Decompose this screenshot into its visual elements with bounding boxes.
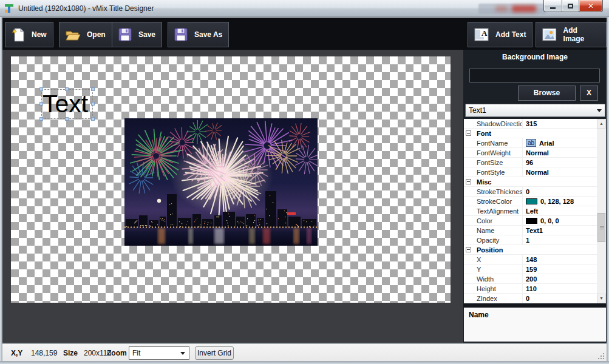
invert-grid-button[interactable]: Invert Grid: [195, 346, 234, 360]
save-button-label: Save: [138, 30, 155, 39]
property-value[interactable]: 315: [522, 119, 606, 128]
size-label: Size: [63, 349, 78, 357]
property-value[interactable]: 0, 0, 0: [522, 216, 606, 225]
chevron-down-icon: [597, 109, 602, 112]
resize-grip[interactable]: [596, 351, 604, 359]
property-row-height[interactable]: Height110: [464, 284, 606, 294]
font-editor-icon[interactable]: ab: [526, 139, 536, 147]
property-value[interactable]: 0, 128, 128: [522, 197, 606, 206]
open-button-label: Open: [87, 30, 106, 39]
add-image-button[interactable]: Add Image: [536, 22, 607, 47]
property-row-width[interactable]: Width200: [464, 274, 606, 284]
resize-handle-nw[interactable]: [39, 87, 43, 91]
property-description-panel: Name: [464, 308, 606, 342]
property-value[interactable]: 1: [522, 235, 606, 244]
zoom-dropdown[interactable]: Fit: [129, 346, 189, 360]
chevron-down-icon: [180, 352, 185, 355]
category-label: Font: [477, 129, 491, 138]
property-category-font[interactable]: Font: [464, 129, 606, 138]
property-row-color[interactable]: Color0, 0, 0: [464, 216, 606, 226]
text-element-content[interactable]: Text: [43, 90, 92, 118]
collapse-icon[interactable]: [466, 179, 471, 184]
resize-handle-sw[interactable]: [39, 117, 43, 121]
property-value[interactable]: 0: [522, 294, 606, 303]
element-selector-dropdown[interactable]: Text1: [465, 104, 605, 117]
property-row-fontname[interactable]: FontNameabArial: [464, 138, 606, 148]
vmix-title-designer-window: Untitled (1920x1080) - vMix Title Design…: [0, 0, 609, 364]
resize-handle-n[interactable]: [65, 87, 69, 91]
close-button[interactable]: ✕: [579, 0, 603, 12]
property-row-textalignment[interactable]: TextAlignmentLeft: [464, 206, 606, 216]
maximize-button[interactable]: [562, 0, 579, 12]
resize-handle-s[interactable]: [65, 117, 69, 121]
property-value[interactable]: Normal: [522, 148, 606, 157]
browse-button[interactable]: Browse: [518, 86, 576, 101]
property-label: Height: [464, 284, 522, 293]
category-label: Position: [477, 245, 503, 254]
property-value[interactable]: Normal: [522, 167, 606, 177]
resize-handle-w[interactable]: [39, 102, 43, 106]
xy-value: 148,159: [31, 349, 57, 357]
add-text-icon: A: [473, 26, 490, 43]
background-image-path-input[interactable]: [469, 69, 600, 83]
property-row-zindex[interactable]: ZIndex0: [464, 294, 606, 303]
new-button[interactable]: New: [5, 22, 53, 47]
save-button[interactable]: Save: [112, 22, 162, 47]
add-text-button-label: Add Text: [495, 30, 526, 39]
image-element-fireworks[interactable]: [124, 118, 318, 246]
clear-background-button[interactable]: X: [580, 86, 598, 101]
collapse-icon[interactable]: [466, 247, 471, 252]
property-label: ShadowDirection: [464, 119, 522, 128]
save-as-button[interactable]: Save As: [168, 22, 229, 47]
property-label: FontName: [464, 138, 522, 147]
scroll-down-icon[interactable]: ▼: [597, 294, 606, 303]
property-row-fontweight[interactable]: FontWeightNormal: [464, 148, 606, 158]
property-label: X: [464, 255, 522, 264]
property-row-fontstyle[interactable]: FontStyleNormal: [464, 167, 606, 177]
scroll-up-icon[interactable]: ▲: [597, 119, 606, 129]
property-row-name[interactable]: NameText1: [464, 226, 606, 235]
svg-text:A: A: [481, 29, 488, 38]
property-category-position[interactable]: Position: [464, 245, 606, 255]
property-value-text: 200: [526, 274, 537, 283]
text-element[interactable]: Text: [41, 89, 93, 119]
property-description-title: Name: [464, 308, 606, 319]
resize-handle-ne[interactable]: [91, 87, 95, 91]
property-row-shadowdirection[interactable]: ShadowDirection315: [464, 119, 606, 129]
property-value-text: 159: [526, 265, 537, 274]
add-text-button[interactable]: A Add Text: [468, 22, 532, 47]
open-button[interactable]: Open: [59, 22, 112, 47]
property-value[interactable]: 148: [522, 255, 606, 264]
resize-handle-e[interactable]: [91, 102, 95, 106]
collapse-icon[interactable]: [466, 130, 471, 136]
property-row-fontsize[interactable]: FontSize96: [464, 158, 606, 167]
property-value[interactable]: 0: [522, 187, 606, 196]
new-button-label: New: [32, 30, 47, 39]
property-row-x[interactable]: X148: [464, 255, 606, 265]
property-value[interactable]: 110: [522, 284, 606, 293]
property-category-misc[interactable]: Misc: [464, 177, 606, 187]
property-label: Color: [464, 216, 522, 225]
property-row-y[interactable]: Y159: [464, 265, 606, 274]
property-row-strokecolor[interactable]: StrokeColor0, 128, 128: [464, 197, 606, 206]
property-row-strokethickness[interactable]: StrokeThickness0: [464, 187, 606, 197]
property-label: Width: [464, 274, 522, 283]
property-value[interactable]: 200: [522, 274, 606, 283]
property-label: ZIndex: [464, 294, 522, 303]
properties-panel: Background Image Browse X Text1 ShadowDi…: [463, 50, 607, 343]
property-value-text: 96: [526, 158, 533, 167]
property-value-text: 0, 128, 128: [540, 197, 574, 206]
scrollbar-thumb[interactable]: [597, 213, 605, 242]
design-canvas[interactable]: Text: [11, 56, 451, 303]
resize-handle-se[interactable]: [91, 117, 95, 121]
property-grid-scrollbar[interactable]: ▲ ▼: [597, 119, 606, 303]
property-value[interactable]: Left: [522, 206, 606, 215]
minimize-button[interactable]: [543, 0, 562, 12]
title-bar[interactable]: Untitled (1920x1080) - vMix Title Design…: [0, 0, 609, 17]
property-row-opacity[interactable]: Opacity1: [464, 235, 606, 245]
property-value[interactable]: 159: [522, 265, 606, 274]
property-grid-rows: ShadowDirection315FontFontNameabArialFon…: [464, 119, 606, 303]
property-value[interactable]: abArial: [522, 138, 606, 147]
property-value[interactable]: Text1: [522, 226, 606, 235]
property-value[interactable]: 96: [522, 158, 606, 167]
